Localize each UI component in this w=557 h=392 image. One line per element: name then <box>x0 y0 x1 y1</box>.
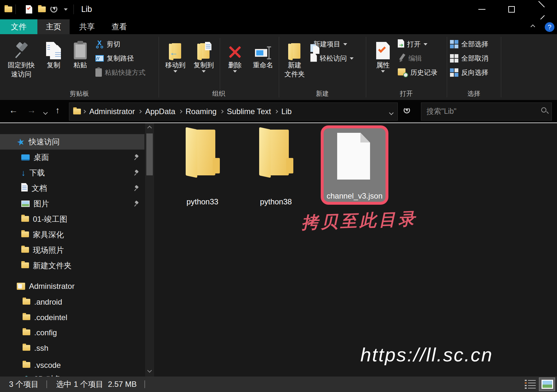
select-all-icon <box>450 40 458 48</box>
address-bar[interactable]: Administrator AppData Roaming Sublime Te… <box>69 103 398 121</box>
breadcrumb-separator-icon <box>274 110 278 113</box>
sidebar-item-administrator[interactable]: Administrator <box>0 279 144 294</box>
copy-to-button[interactable]: 复制到 <box>190 37 218 91</box>
rename-button[interactable]: 重命名 <box>249 37 277 91</box>
sidebar-item-dotfolder[interactable]: .vscode <box>0 358 144 373</box>
address-folder-icon <box>73 109 81 114</box>
forward-button[interactable]: → <box>27 105 36 115</box>
file-item-python38[interactable]: python38 <box>257 128 295 177</box>
sidebar-item-dotfolder[interactable]: .config <box>0 325 144 340</box>
new-folder-button[interactable]: 新建文件夹 <box>281 37 308 91</box>
back-button[interactable]: ← <box>9 105 18 115</box>
move-to-folder-icon: ← <box>169 39 182 59</box>
sidebar-item-folder[interactable]: 01-竣工图 <box>0 211 144 227</box>
open-button[interactable]: ➜ 打开 <box>398 38 427 50</box>
download-arrow-icon: ↓ <box>21 168 25 178</box>
pin-icon[interactable] <box>134 201 140 207</box>
details-view-button[interactable] <box>525 379 536 389</box>
tab-view[interactable]: 查看 <box>107 19 132 34</box>
folder-icon <box>23 313 30 322</box>
invert-selection-button[interactable]: 反向选择 <box>450 66 488 79</box>
breadcrumb-roaming[interactable]: Roaming <box>184 107 219 116</box>
sidebar-item-folder[interactable]: 家具深化 <box>0 227 144 242</box>
qat-redo-icon[interactable] <box>50 5 57 13</box>
copy-to-folder-icon <box>197 39 210 59</box>
sidebar-item-documents[interactable]: 文档 <box>0 181 144 196</box>
select-all-button[interactable]: 全部选择 <box>450 38 488 50</box>
scroll-up-icon[interactable] <box>147 126 152 130</box>
paste-shortcut-button[interactable]: 粘贴快捷方式 <box>95 66 145 79</box>
move-to-button[interactable]: ← 移动到 <box>161 37 190 91</box>
selected-size: 2.57 MB <box>108 380 137 389</box>
qat-customize-chevron-icon[interactable] <box>64 8 68 11</box>
pin-icon[interactable] <box>134 154 140 160</box>
breadcrumb-lib[interactable]: Lib <box>279 107 294 116</box>
pin-to-quick-access-button[interactable]: 固定到快速访问 <box>3 37 39 91</box>
pin-icon[interactable] <box>134 170 140 176</box>
ribbon-tab-row: 文件 主页 共享 查看 ? <box>0 19 557 34</box>
sidebar-item-folder[interactable]: 现场照片 <box>0 242 144 258</box>
scroll-down-icon[interactable] <box>147 368 152 373</box>
sidebar-item-desktop[interactable]: 桌面 <box>0 150 144 165</box>
edit-button[interactable]: 编辑 <box>398 52 422 64</box>
file-item-python33[interactable]: python33 <box>183 128 222 177</box>
sidebar-item-pictures[interactable]: 图片 <box>0 196 144 211</box>
group-label-open: 打开 <box>366 89 447 98</box>
selected-count: 选中 1 个项目 <box>56 379 103 389</box>
up-button[interactable]: ↑ <box>55 105 60 115</box>
sidebar-item-dotfolder[interactable]: .codeintel <box>0 310 144 325</box>
address-dropdown-chevron-icon[interactable] <box>390 110 393 116</box>
collapse-ribbon-chevron-icon[interactable] <box>531 24 534 30</box>
scrollbar-thumb[interactable] <box>146 133 153 175</box>
open-file-icon: ➜ <box>398 39 404 49</box>
help-button[interactable]: ? <box>545 22 554 32</box>
group-label-clipboard: 剪贴板 <box>0 89 159 98</box>
recent-locations-chevron-icon[interactable] <box>44 110 47 115</box>
breadcrumb-appdata[interactable]: AppData <box>143 107 177 116</box>
breadcrumb-sublime-text[interactable]: Sublime Text <box>225 107 273 116</box>
sidebar-item-downloads[interactable]: ↓ 下载 <box>0 165 144 181</box>
dropdown-caret-icon <box>173 70 177 73</box>
folder-icon <box>23 344 30 353</box>
pushpin-icon <box>15 39 28 59</box>
folder-icon <box>21 261 29 270</box>
window-title: Lib <box>81 5 92 14</box>
close-button[interactable] <box>530 0 552 19</box>
delete-button[interactable]: 删除 <box>222 37 248 91</box>
status-divider <box>46 380 47 388</box>
paste-button[interactable]: 粘贴 <box>68 37 93 91</box>
group-divider <box>501 37 501 97</box>
sidebar-item-quick-access[interactable]: ★ 快速访问 <box>0 134 144 150</box>
qat-properties-icon[interactable] <box>26 5 32 14</box>
sidebar-item-dotfolder[interactable]: .android <box>0 294 144 310</box>
breadcrumb-administrator[interactable]: Administrator <box>87 107 137 116</box>
tab-file[interactable]: 文件 <box>0 19 37 34</box>
sidebar-item-folder[interactable]: 新建文件夹 <box>0 258 144 273</box>
user-folder-icon <box>17 283 25 290</box>
search-input[interactable] <box>426 105 532 118</box>
pin-icon[interactable] <box>134 185 140 191</box>
new-item-button[interactable]: 新建项目 <box>310 38 347 50</box>
content-area: ★ 快速访问 桌面 ↓ 下载 文档 图片 01-竣工图 家 <box>0 123 557 377</box>
minimize-button[interactable] <box>471 0 493 19</box>
breadcrumb-separator-icon <box>179 110 182 113</box>
qat-new-folder-icon[interactable] <box>38 6 46 12</box>
cut-button[interactable]: 剪切 <box>95 38 120 50</box>
sidebar-scrollbar[interactable] <box>145 123 154 377</box>
copy-button[interactable]: 复制 <box>41 37 66 91</box>
copy-path-button[interactable]: 复制路径 <box>95 52 134 64</box>
select-none-button[interactable]: 全部取消 <box>450 52 488 64</box>
search-box <box>421 103 552 121</box>
explorer-window: Lib 文件 主页 共享 查看 ? 固定到快速访问 复制 <box>0 0 557 392</box>
search-icon[interactable] <box>541 107 546 113</box>
tab-home[interactable]: 主页 <box>37 19 70 34</box>
maximize-button[interactable] <box>500 0 523 19</box>
sidebar-item-3d-objects[interactable]: 3D 对象 <box>0 371 144 377</box>
history-button[interactable]: 历史记录 <box>398 66 437 79</box>
easy-access-button[interactable]: 轻松访问 <box>310 52 354 64</box>
sidebar-item-dotfolder[interactable]: .ssh <box>0 340 144 356</box>
refresh-icon[interactable] <box>404 107 410 113</box>
tab-share[interactable]: 共享 <box>75 19 99 34</box>
properties-button[interactable]: 属性 <box>371 37 395 91</box>
large-icons-view-button[interactable] <box>539 377 555 391</box>
